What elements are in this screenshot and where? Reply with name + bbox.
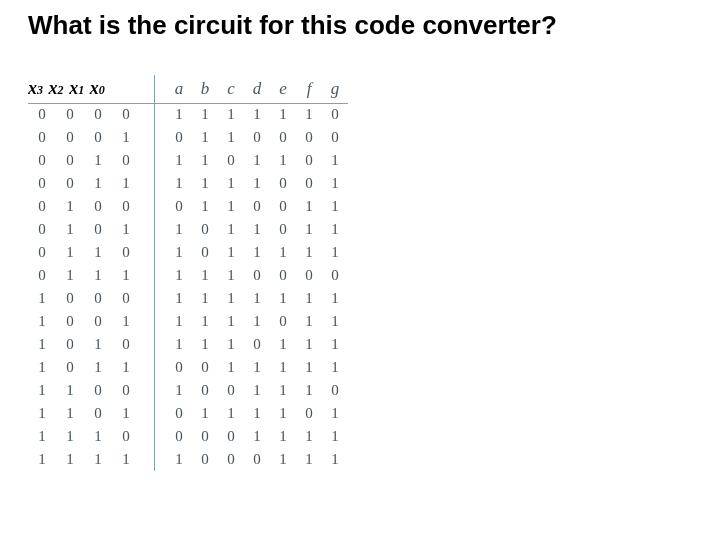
- input-cell: 0: [28, 244, 56, 261]
- input-cell: 1: [56, 198, 84, 215]
- output-var-f: f: [296, 79, 322, 99]
- output-cell: 0: [192, 359, 218, 376]
- table-row: 00111111001: [28, 172, 720, 195]
- input-var-x3: x3: [28, 78, 43, 99]
- output-headers: abcdefg: [166, 79, 348, 99]
- input-cell: 0: [112, 106, 140, 123]
- output-cell: 1: [218, 290, 244, 307]
- input-cell: 1: [28, 313, 56, 330]
- input-cell: 1: [56, 405, 84, 422]
- output-cell: 0: [218, 152, 244, 169]
- output-cell: 1: [244, 428, 270, 445]
- table-row: 11010111101: [28, 402, 720, 425]
- table-row: 01111110000: [28, 264, 720, 287]
- output-cell: 1: [218, 405, 244, 422]
- input-cell: 0: [112, 244, 140, 261]
- output-cell: 1: [244, 221, 270, 238]
- input-cell: 1: [28, 451, 56, 468]
- output-cell: 0: [244, 451, 270, 468]
- input-cell: 0: [56, 175, 84, 192]
- output-cell: 1: [218, 244, 244, 261]
- output-cell: 1: [192, 129, 218, 146]
- output-cell: 0: [270, 267, 296, 284]
- output-cell: 1: [244, 244, 270, 261]
- output-cell: 1: [192, 152, 218, 169]
- output-cell: 0: [296, 405, 322, 422]
- output-cell: 1: [270, 428, 296, 445]
- output-cell: 1: [322, 198, 348, 215]
- input-cell: 1: [28, 428, 56, 445]
- output-cell: 1: [166, 290, 192, 307]
- output-var-g: g: [322, 79, 348, 99]
- output-var-d: d: [244, 79, 270, 99]
- output-cell: 1: [296, 244, 322, 261]
- table-row: 01101011111: [28, 241, 720, 264]
- output-cell: 0: [296, 267, 322, 284]
- output-cell: 0: [192, 221, 218, 238]
- output-cell: 1: [218, 336, 244, 353]
- output-cell: 1: [270, 382, 296, 399]
- output-cell: 1: [192, 106, 218, 123]
- output-cell: 1: [166, 175, 192, 192]
- output-cell: 1: [244, 382, 270, 399]
- input-cell: 0: [28, 175, 56, 192]
- output-cell: 0: [244, 129, 270, 146]
- input-cell: 1: [28, 290, 56, 307]
- output-cell: 0: [322, 106, 348, 123]
- table-row: 11001001110: [28, 379, 720, 402]
- output-cell: 1: [244, 359, 270, 376]
- output-cell: 0: [218, 382, 244, 399]
- output-cell: 1: [218, 198, 244, 215]
- input-cell: 1: [84, 336, 112, 353]
- input-cell: 0: [84, 221, 112, 238]
- output-cell: 1: [166, 267, 192, 284]
- input-cell: 0: [112, 198, 140, 215]
- output-cell: 1: [218, 221, 244, 238]
- table-row: 10101110111: [28, 333, 720, 356]
- output-cell: 1: [322, 244, 348, 261]
- column-divider: [154, 75, 155, 471]
- var-subscript: 3: [37, 83, 43, 99]
- output-cell: 1: [218, 313, 244, 330]
- var-subscript: 1: [78, 83, 84, 99]
- output-cell: 1: [270, 106, 296, 123]
- output-cell: 0: [218, 428, 244, 445]
- input-cell: 1: [112, 451, 140, 468]
- output-cell: 1: [166, 451, 192, 468]
- truth-table: x3 x2 x1 x0 abcdefg 00001111110000101100…: [28, 71, 720, 471]
- output-cell: 1: [218, 267, 244, 284]
- output-cell: 1: [218, 359, 244, 376]
- input-cell: 0: [84, 198, 112, 215]
- input-cell: 1: [28, 405, 56, 422]
- input-cell: 0: [84, 313, 112, 330]
- input-cell: 0: [56, 290, 84, 307]
- table-row: 11100001111: [28, 425, 720, 448]
- output-var-a: a: [166, 79, 192, 99]
- input-cell: 1: [56, 267, 84, 284]
- table-row: 01011011011: [28, 218, 720, 241]
- output-cell: 1: [270, 290, 296, 307]
- input-cell: 1: [56, 221, 84, 238]
- input-cell: 1: [112, 405, 140, 422]
- input-cell: 1: [112, 359, 140, 376]
- output-cell: 1: [270, 152, 296, 169]
- output-cell: 1: [322, 313, 348, 330]
- output-cell: 0: [166, 198, 192, 215]
- output-cell: 1: [166, 382, 192, 399]
- output-cell: 1: [322, 221, 348, 238]
- input-cell: 0: [56, 359, 84, 376]
- output-cell: 0: [192, 244, 218, 261]
- output-cell: 1: [322, 336, 348, 353]
- table-row: 00010110000: [28, 126, 720, 149]
- output-cell: 0: [322, 267, 348, 284]
- output-cell: 1: [296, 359, 322, 376]
- input-cell: 0: [112, 382, 140, 399]
- input-cell: 0: [28, 106, 56, 123]
- input-cell: 1: [84, 244, 112, 261]
- output-cell: 1: [218, 129, 244, 146]
- output-cell: 0: [322, 129, 348, 146]
- output-cell: 1: [322, 428, 348, 445]
- input-cell: 0: [28, 267, 56, 284]
- table-row: 00001111110: [28, 103, 720, 126]
- input-cell: 0: [84, 290, 112, 307]
